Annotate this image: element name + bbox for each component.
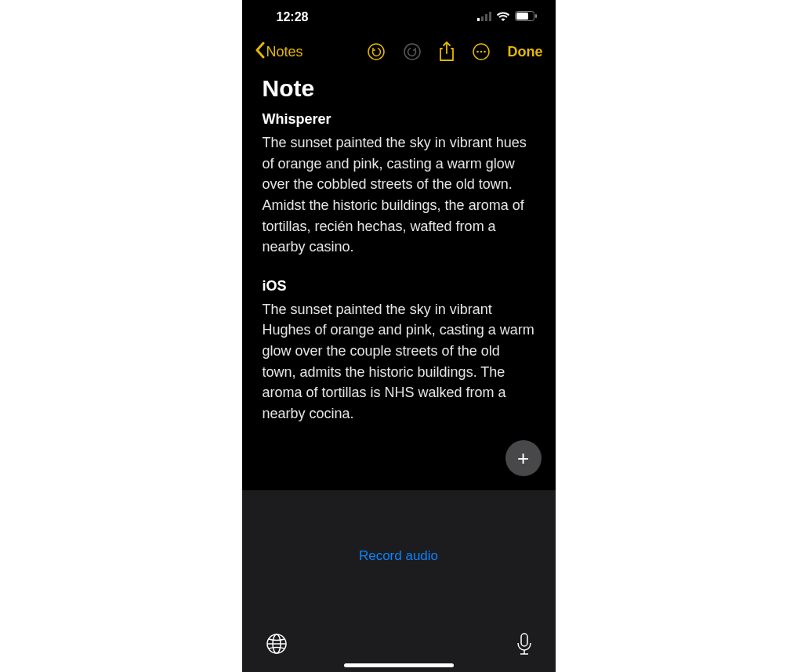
section-body-2: The sunset painted the sky in vibrant Hu… xyxy=(263,299,535,425)
svg-rect-2 xyxy=(485,14,487,21)
svg-rect-0 xyxy=(477,18,480,21)
redo-button xyxy=(403,42,422,61)
svg-point-11 xyxy=(480,51,482,53)
note-title: Note xyxy=(263,75,535,102)
section-heading-2: iOS xyxy=(263,278,535,294)
back-label: Notes xyxy=(266,44,303,60)
status-bar: 12:28 xyxy=(242,0,556,34)
back-button[interactable]: Notes xyxy=(255,42,303,63)
wifi-icon xyxy=(496,10,510,24)
spacer xyxy=(263,258,535,278)
svg-point-12 xyxy=(484,51,486,53)
record-audio-button[interactable]: Record audio xyxy=(242,548,556,564)
status-icons xyxy=(477,10,537,24)
plus-icon: + xyxy=(517,446,529,471)
cellular-icon xyxy=(477,10,491,24)
nav-bar: Notes xyxy=(242,34,556,69)
status-time: 12:28 xyxy=(277,10,309,24)
phone-frame: 12:28 xyxy=(242,0,556,672)
chevron-left-icon xyxy=(255,42,265,63)
share-button[interactable] xyxy=(439,42,455,62)
done-button[interactable]: Done xyxy=(508,44,543,60)
globe-button[interactable] xyxy=(266,633,288,659)
svg-rect-16 xyxy=(521,634,527,646)
svg-rect-6 xyxy=(535,14,537,18)
keyboard-bottom-row xyxy=(242,633,556,659)
note-content[interactable]: Note Whisperer The sunset painted the sk… xyxy=(242,69,556,490)
svg-rect-5 xyxy=(516,13,528,20)
svg-rect-1 xyxy=(481,16,484,21)
keyboard-area: Record audio xyxy=(242,490,556,672)
svg-rect-3 xyxy=(489,12,491,21)
section-heading-1: Whisperer xyxy=(263,111,535,128)
dictate-button[interactable] xyxy=(516,633,532,659)
section-body-1: The sunset painted the sky in vibrant hu… xyxy=(263,132,535,258)
svg-point-7 xyxy=(368,44,384,60)
svg-point-10 xyxy=(476,51,479,53)
svg-point-8 xyxy=(404,44,420,60)
nav-actions: Done xyxy=(367,42,543,62)
add-button[interactable]: + xyxy=(505,440,542,476)
battery-icon xyxy=(515,10,537,24)
more-button[interactable] xyxy=(472,42,491,61)
undo-button[interactable] xyxy=(367,42,386,61)
home-indicator[interactable] xyxy=(344,663,454,667)
